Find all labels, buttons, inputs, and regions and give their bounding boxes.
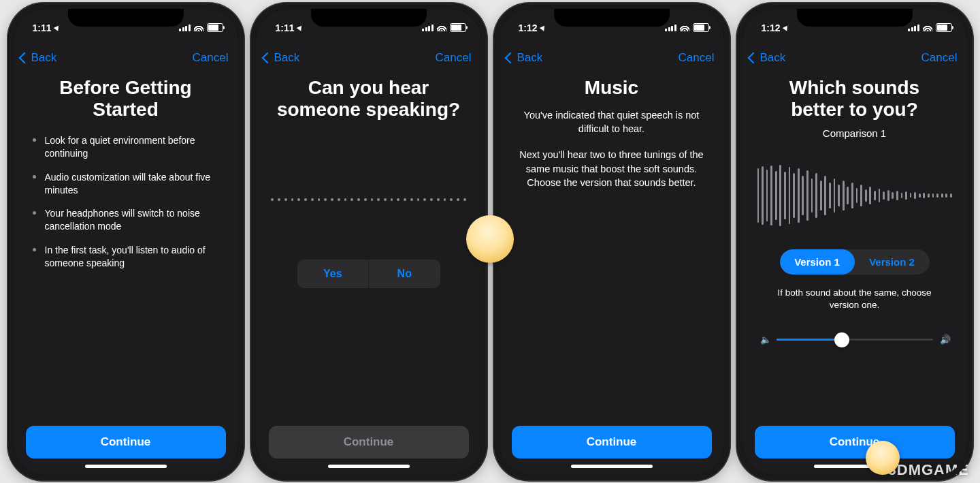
notch	[311, 9, 427, 27]
signal-icon	[179, 25, 191, 31]
back-button[interactable]: Back	[506, 51, 543, 65]
phone-3: 1:12 Back Cancel Music You've indicated …	[494, 3, 730, 480]
back-label: Back	[517, 51, 543, 65]
chevron-left-icon	[261, 52, 273, 63]
yes-no-segment: Yes No	[297, 260, 440, 288]
back-label: Back	[31, 51, 57, 65]
version-segment: Version 1 Version 2	[780, 249, 930, 275]
status-time: 1:12	[519, 22, 538, 33]
bullet-item: Audio customization will take about five…	[33, 171, 223, 197]
screen-2: 1:11 Back Cancel Can you hear someone sp…	[257, 9, 481, 475]
battery-icon	[693, 23, 709, 32]
continue-button: Continue	[269, 426, 469, 458]
page-title: Which sounds better to you?	[762, 77, 948, 121]
cancel-button[interactable]: Cancel	[436, 51, 472, 65]
back-button[interactable]: Back	[749, 51, 786, 65]
battery-icon	[450, 23, 466, 32]
version-2-button[interactable]: Version 2	[855, 249, 930, 275]
status-time: 1:11	[276, 22, 295, 33]
location-icon	[296, 24, 304, 31]
status-time: 1:11	[33, 22, 52, 33]
comparison-label: Comparison 1	[755, 127, 955, 139]
volume-high-icon: 🔊	[940, 334, 949, 345]
bullet-item: In the first task, you'll listen to audi…	[33, 244, 223, 270]
location-icon	[539, 24, 546, 31]
nav-bar: Back Cancel	[257, 46, 481, 67]
nav-bar: Back Cancel	[742, 46, 967, 67]
notch	[68, 9, 184, 27]
hint-text: If both sound about the same, choose ver…	[771, 287, 938, 311]
waveform-visual	[755, 158, 955, 233]
chevron-left-icon	[18, 52, 30, 63]
battery-icon	[207, 23, 223, 32]
sticker-overlay-small	[866, 441, 900, 475]
yes-button[interactable]: Yes	[297, 260, 370, 288]
home-indicator[interactable]	[571, 465, 653, 468]
location-icon	[782, 24, 789, 31]
volume-low-icon: 🔈	[760, 334, 770, 345]
back-label: Back	[274, 51, 300, 65]
chevron-left-icon	[504, 52, 516, 63]
screen-1: 1:11 Back Cancel Before Getting Started …	[14, 9, 238, 475]
home-indicator[interactable]	[85, 465, 167, 468]
wifi-icon	[923, 22, 932, 33]
body-paragraph: Next you'll hear two to three tunings of…	[517, 148, 706, 189]
notch	[554, 9, 670, 27]
back-button[interactable]: Back	[20, 51, 57, 65]
phone-4: 1:12 Back Cancel Which sounds better to …	[737, 3, 973, 480]
screen-4: 1:12 Back Cancel Which sounds better to …	[742, 9, 967, 475]
page-title: Can you hear someone speaking?	[276, 77, 462, 121]
nav-bar: Back Cancel	[500, 46, 724, 67]
no-button[interactable]: No	[369, 260, 440, 288]
location-icon	[53, 24, 61, 31]
body-paragraph: You've indicated that quiet speech is no…	[517, 108, 706, 136]
wifi-icon	[680, 22, 689, 33]
cancel-button[interactable]: Cancel	[679, 51, 715, 65]
signal-icon	[422, 25, 434, 31]
nav-bar: Back Cancel	[14, 46, 238, 67]
screen-3: 1:12 Back Cancel Music You've indicated …	[500, 9, 724, 475]
wifi-icon	[194, 22, 203, 33]
back-label: Back	[760, 51, 786, 65]
signal-icon	[908, 25, 919, 31]
phone-1: 1:11 Back Cancel Before Getting Started …	[8, 3, 244, 480]
page-title: Music	[519, 77, 705, 99]
home-indicator[interactable]	[328, 465, 410, 468]
phone-2: 1:11 Back Cancel Can you hear someone sp…	[251, 3, 487, 480]
notch	[797, 9, 913, 27]
audio-progress-dots	[272, 198, 466, 201]
bullet-item: Look for a quiet environment before cont…	[33, 134, 223, 160]
bullet-item: Your headphones will switch to noise can…	[33, 207, 223, 233]
continue-button[interactable]: Continue	[512, 426, 712, 458]
version-1-button[interactable]: Version 1	[780, 249, 855, 275]
wifi-icon	[437, 22, 446, 33]
volume-slider[interactable]	[777, 339, 933, 341]
continue-button[interactable]: Continue	[755, 426, 955, 458]
signal-icon	[665, 25, 676, 31]
battery-icon	[936, 23, 952, 32]
back-button[interactable]: Back	[263, 51, 300, 65]
status-time: 1:12	[762, 22, 781, 33]
sticker-overlay	[466, 215, 514, 262]
page-title: Before Getting Started	[33, 77, 219, 121]
cancel-button[interactable]: Cancel	[921, 51, 958, 65]
bullet-list: Look for a quiet environment before cont…	[26, 134, 226, 281]
cancel-button[interactable]: Cancel	[193, 51, 229, 65]
volume-slider-row: 🔈 🔊	[760, 334, 949, 345]
chevron-left-icon	[747, 52, 759, 63]
continue-button[interactable]: Continue	[26, 426, 226, 458]
